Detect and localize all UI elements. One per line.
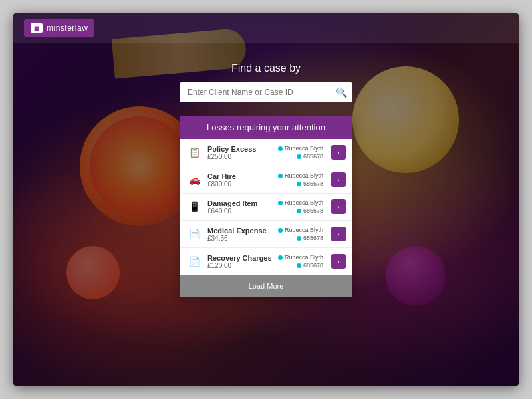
loss-type-icon: 📄 [186, 253, 202, 269]
loss-type-icon: 🚗 [186, 172, 202, 188]
loss-amount: £34.56 [207, 235, 273, 242]
assignee-dot [278, 146, 283, 151]
loss-info: Car Hire £800.00 [207, 172, 273, 188]
loss-type-icon: 📋 [186, 144, 202, 160]
losses-list: 📋 Policy Excess £250.00 Rubecca Blyth 68… [180, 139, 352, 275]
losses-panel: Losses requiring your attention 📋 Policy… [180, 116, 352, 297]
loss-assignee: Rubecca Blyth 685678 [278, 227, 323, 241]
assignee-name: Rubecca Blyth [285, 172, 323, 179]
loss-info: Policy Excess £250.00 [207, 145, 273, 160]
loss-amount: £800.00 [207, 180, 273, 188]
search-box: 🔍 [180, 82, 352, 102]
chevron-right-icon: › [337, 149, 339, 156]
find-title: Find a case by [231, 63, 301, 74]
loss-item: 📱 Damaged Item £640.00 Rubecca Blyth 685… [180, 194, 352, 221]
loss-info: Medical Expense £34.56 [207, 227, 273, 242]
main-content: Find a case by 🔍 Losses requiring your a… [13, 43, 519, 386]
loss-assignee: Rubecca Blyth 685678 [278, 200, 323, 214]
loss-type-icon: 📄 [186, 226, 202, 242]
loss-item: 📄 Recovery Charges £120.00 Rubecca Blyth… [180, 248, 352, 275]
loss-amount: £250.00 [207, 153, 273, 160]
loss-assignee: Rubecca Blyth 685678 [278, 254, 323, 269]
loss-assignee: Rubecca Blyth 685678 [278, 172, 323, 187]
assignee-name-row: Rubecca Blyth [278, 200, 323, 206]
search-icon: 🔍 [336, 87, 347, 98]
assignee-id-row: 685678 [297, 207, 323, 214]
logo-text: minsterlaw [47, 23, 88, 33]
assignee-name: Rubecca Blyth [285, 254, 323, 261]
loss-assignee: Rubecca Blyth 685678 [278, 145, 323, 160]
loss-action-button[interactable]: › [331, 227, 346, 241]
assignee-dot [278, 228, 283, 233]
assignee-id: 685678 [303, 207, 323, 214]
assignee-id-row: 685678 [297, 153, 323, 160]
assignee-name-row: Rubecca Blyth [278, 227, 323, 233]
logo-icon: ▦ [31, 23, 43, 33]
chevron-right-icon: › [337, 176, 339, 184]
loss-info: Recovery Charges £120.00 [207, 254, 273, 269]
loss-name: Medical Expense [207, 227, 273, 235]
screen: ▦ minsterlaw Find a case by 🔍 Losses req… [13, 13, 519, 386]
assignee-id-dot [297, 209, 301, 213]
assignee-id: 685678 [303, 180, 323, 187]
assignee-id: 685678 [303, 153, 323, 160]
assignee-name: Rubecca Blyth [285, 227, 323, 233]
loss-item: 🚗 Car Hire £800.00 Rubecca Blyth 685678 … [180, 166, 352, 194]
loss-name: Recovery Charges [207, 254, 273, 262]
assignee-dot [278, 174, 283, 178]
assignee-name: Rubecca Blyth [285, 200, 323, 206]
assignee-id-row: 685678 [297, 180, 323, 187]
loss-action-button[interactable]: › [331, 172, 346, 187]
assignee-id-row: 685678 [297, 235, 323, 241]
logo: ▦ minsterlaw [24, 19, 94, 37]
loss-amount: £120.00 [207, 262, 273, 269]
loss-info: Damaged Item £640.00 [207, 200, 273, 215]
assignee-id-dot [297, 182, 301, 186]
chevron-right-icon: › [337, 258, 339, 265]
chevron-right-icon: › [337, 203, 339, 211]
assignee-id-dot [297, 263, 301, 268]
loss-name: Policy Excess [207, 145, 273, 153]
assignee-id: 685678 [303, 235, 323, 241]
loss-action-button[interactable]: › [331, 254, 346, 269]
assignee-dot [278, 201, 283, 205]
assignee-name-row: Rubecca Blyth [278, 254, 323, 261]
search-input[interactable] [180, 82, 352, 102]
assignee-name: Rubecca Blyth [285, 145, 323, 152]
assignee-dot [278, 255, 283, 260]
loss-item: 📄 Medical Expense £34.56 Rubecca Blyth 6… [180, 221, 352, 248]
loss-amount: £640.00 [207, 207, 273, 215]
load-more-button[interactable]: Load More [180, 275, 352, 297]
loss-action-button[interactable]: › [331, 145, 346, 160]
loss-name: Damaged Item [207, 200, 273, 207]
assignee-id-dot [297, 154, 301, 159]
assignee-id-dot [297, 236, 301, 241]
loss-name: Car Hire [207, 172, 273, 180]
panel-header: Losses requiring your attention [180, 116, 352, 139]
assignee-id: 685678 [303, 262, 323, 269]
assignee-name-row: Rubecca Blyth [278, 145, 323, 152]
loss-item: 📋 Policy Excess £250.00 Rubecca Blyth 68… [180, 139, 352, 166]
header: ▦ minsterlaw [13, 13, 519, 43]
chevron-right-icon: › [337, 231, 339, 238]
assignee-id-row: 685678 [297, 262, 323, 269]
loss-type-icon: 📱 [186, 199, 202, 215]
loss-action-button[interactable]: › [331, 200, 346, 214]
assignee-name-row: Rubecca Blyth [278, 172, 323, 179]
